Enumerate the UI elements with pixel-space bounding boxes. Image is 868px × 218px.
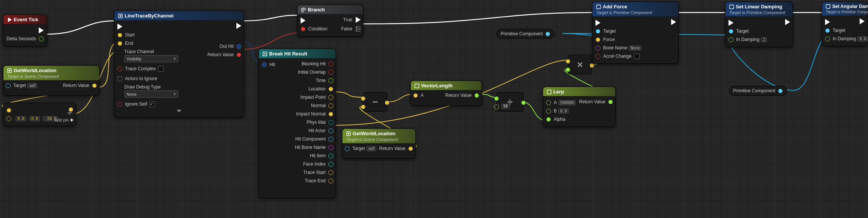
exec-out-pin[interactable] <box>785 19 790 25</box>
pin-start[interactable] <box>117 33 122 38</box>
exec-in-pin[interactable] <box>117 24 122 30</box>
pin-normal[interactable] <box>328 103 333 108</box>
pin-out-hit[interactable] <box>236 44 241 49</box>
pin-return-value[interactable] <box>474 93 479 98</box>
pin-impact-point[interactable] <box>328 95 333 100</box>
pin-delta-seconds[interactable] <box>39 36 44 41</box>
pin-out[interactable] <box>589 63 594 68</box>
pin-a[interactable] <box>494 96 499 101</box>
pin-ignore-self[interactable] <box>117 102 122 107</box>
pin-initial-overlap[interactable] <box>328 70 333 75</box>
pin-a[interactable] <box>413 93 418 98</box>
input-b[interactable]: 0.0 <box>558 109 569 114</box>
pin-alpha[interactable] <box>546 117 551 122</box>
pin-impact-normal[interactable] <box>328 112 333 117</box>
pin-out[interactable] <box>68 107 73 112</box>
exec-in-pin[interactable] <box>825 19 830 25</box>
pin-b[interactable] <box>565 67 570 72</box>
pin-trace-end[interactable] <box>328 179 333 183</box>
node-add-force[interactable]: Add ForceTarget is Primitive Component T… <box>592 2 679 64</box>
exec-out-pin[interactable] <box>860 18 865 24</box>
draw-debug-dropdown[interactable]: None <box>124 90 178 98</box>
pin-out[interactable] <box>778 88 783 93</box>
pin-in-b[interactable] <box>6 116 11 121</box>
pin-accel-change[interactable] <box>596 54 600 59</box>
input-damping[interactable]: 0.6 <box>857 36 868 41</box>
accel-change-checkbox[interactable] <box>634 54 640 59</box>
node-line-trace-by-channel[interactable]: LineTraceByChannel Start End Trace Chann… <box>114 11 244 117</box>
pin-a[interactable] <box>546 100 551 105</box>
pin-return-value[interactable] <box>92 83 97 88</box>
pin-time[interactable] <box>328 78 333 83</box>
pin-force[interactable] <box>596 37 600 42</box>
pin-out[interactable] <box>545 32 550 36</box>
node-vector-length[interactable]: VectorLength A Return Value <box>410 81 482 106</box>
pin-target[interactable] <box>729 29 733 34</box>
node-branch[interactable]: Branch Condition True False <box>297 5 363 36</box>
expand-icon[interactable] <box>177 110 181 112</box>
variable-primitive-component-2[interactable]: Primitive Component <box>729 86 787 96</box>
pin-bone-name[interactable] <box>596 46 600 51</box>
pin-face-index[interactable] <box>328 162 333 167</box>
pin-in-a[interactable] <box>6 108 11 113</box>
pin-blocking-hit[interactable] <box>328 62 333 66</box>
trace-complex-checkbox[interactable] <box>158 66 164 72</box>
input-a[interactable]: 500000 <box>558 100 576 105</box>
node-vector-add[interactable]: 0.00.0-50.0 + Add pin <box>3 103 76 126</box>
node-set-angular-damping[interactable]: Set Angular DampingTarget is Primitive C… <box>822 2 867 46</box>
exec-false-pin[interactable] <box>356 26 361 32</box>
node-multiply[interactable]: × <box>568 55 592 74</box>
exec-true-pin[interactable] <box>356 17 361 23</box>
pin-location[interactable] <box>328 87 333 92</box>
node-divide[interactable]: ÷ 50 <box>496 92 524 112</box>
pin-return-value[interactable] <box>608 100 613 104</box>
pin-actors-to-ignore[interactable] <box>117 76 122 81</box>
pin-trace-complex[interactable] <box>117 66 122 71</box>
pin-trace-start[interactable] <box>328 170 333 175</box>
pin-phys-mat[interactable] <box>328 120 333 125</box>
exec-out-pin[interactable] <box>236 23 241 29</box>
node-lerp[interactable]: Lerp A500000 B0.0 Alpha Return Value <box>543 87 616 127</box>
pin-b[interactable] <box>494 104 499 109</box>
pin-b[interactable] <box>361 104 366 109</box>
pin-target[interactable] <box>596 29 600 34</box>
pin-hit-component[interactable] <box>328 137 333 142</box>
node-get-world-location-2[interactable]: GetWorldLocationTarget is Scene Componen… <box>342 128 416 159</box>
pin-hit-actor[interactable] <box>328 128 333 133</box>
pin-hit-bone-name[interactable] <box>328 145 333 150</box>
input-divisor[interactable]: 50 <box>501 104 510 109</box>
pin-b[interactable] <box>546 109 551 114</box>
pin-target[interactable] <box>6 83 11 88</box>
exec-out-pin[interactable] <box>671 19 676 25</box>
node-set-linear-damping[interactable]: Set Linear DampingTarget is Primitive Co… <box>725 2 793 47</box>
pin-return-value[interactable] <box>408 146 413 151</box>
pin-a[interactable] <box>565 59 570 64</box>
trace-channel-dropdown[interactable]: Visibility <box>124 55 178 62</box>
exec-out-pin[interactable] <box>39 27 44 33</box>
input-y[interactable]: 0.0 <box>29 116 40 121</box>
node-break-hit-result[interactable]: Break Hit Result Hit Blocking Hit Initia… <box>258 49 336 198</box>
pin-target[interactable] <box>345 146 350 151</box>
input-damping[interactable]: 2 <box>761 37 767 42</box>
pin-hit-item[interactable] <box>328 153 333 158</box>
add-pin-button[interactable]: Add pin <box>55 118 73 123</box>
pin-out[interactable] <box>385 100 390 105</box>
pin-out[interactable] <box>521 100 526 105</box>
variable-primitive-component-1[interactable]: Primitive Component <box>496 29 554 39</box>
pin-hit[interactable] <box>262 62 267 67</box>
pin-condition[interactable] <box>301 27 306 32</box>
pin-return-value[interactable] <box>236 52 241 57</box>
exec-in-pin[interactable] <box>596 20 600 26</box>
node-subtract[interactable]: − <box>363 92 387 112</box>
pin-a[interactable] <box>361 96 366 101</box>
exec-in-pin[interactable] <box>301 17 306 24</box>
pin-end[interactable] <box>117 41 122 46</box>
input-bone-name[interactable]: None <box>629 46 641 51</box>
node-event-tick[interactable]: Event Tick Delta Seconds <box>3 14 47 46</box>
exec-in-pin[interactable] <box>729 20 733 26</box>
pin-in-damping[interactable] <box>729 37 733 42</box>
ignore-self-checkbox[interactable] <box>149 101 155 107</box>
node-get-world-location-1[interactable]: GetWorldLocationTarget is Scene Componen… <box>3 65 100 96</box>
pin-target[interactable] <box>825 28 830 33</box>
pin-in-damping[interactable] <box>825 36 830 41</box>
